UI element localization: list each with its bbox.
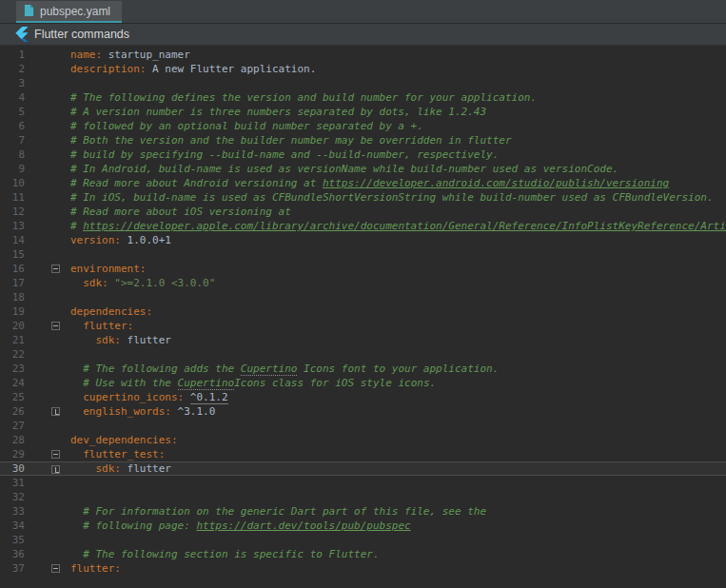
fold-column <box>25 404 65 419</box>
code-line[interactable]: 36 # The following section is specific t… <box>0 547 726 561</box>
line-number: 9 <box>0 162 25 176</box>
code-line[interactable]: 2description: A new Flutter application. <box>0 62 726 76</box>
line-number: 29 <box>0 447 25 461</box>
code-line[interactable]: 31 <box>0 476 726 490</box>
code-segment: sdk: <box>70 462 121 475</box>
code-segment <box>184 391 190 403</box>
code-line[interactable]: 8# build by specifying --build-name and … <box>0 147 726 162</box>
gutter: 10 <box>0 176 65 190</box>
code-line[interactable]: 21 sdk: flutter <box>0 333 726 347</box>
fold-marker[interactable] <box>51 322 60 330</box>
code-segment: # A version number is three numbers sepa… <box>70 106 486 118</box>
fold-marker[interactable] <box>51 465 60 474</box>
gutter: 15 <box>0 247 65 262</box>
code-line[interactable]: 35 <box>0 533 726 547</box>
code-segment: # Both the version and the builder numbe… <box>70 134 512 147</box>
editor-tab-bar: pubspec.yaml <box>0 0 726 24</box>
code-line[interactable]: 14version: 1.0.0+1 <box>0 233 726 247</box>
code-line[interactable]: 16environment: <box>0 262 726 276</box>
code-text: name: startup_namer <box>65 48 726 62</box>
gutter: 29 <box>0 447 65 461</box>
code-segment: flutter_test: <box>70 448 165 461</box>
gutter: 26 <box>0 404 65 419</box>
fold-column <box>25 76 65 90</box>
code-line[interactable]: 34 # following page: https://dart.dev/to… <box>0 519 726 533</box>
fold-column <box>25 48 65 62</box>
code-segment: # For information on the generic Dart pa… <box>70 505 486 518</box>
gutter: 13 <box>0 219 65 233</box>
code-text: # The following section is specific to F… <box>65 547 726 561</box>
line-number: 14 <box>0 233 25 247</box>
code-line[interactable]: 17 sdk: ">=2.1.0 <3.0.0" <box>0 276 726 290</box>
code-line[interactable]: 19dependencies: <box>0 304 726 319</box>
code-segment: # The following section is specific to F… <box>70 548 380 560</box>
line-number: 4 <box>0 90 25 105</box>
code-text: # Use with the CupertinoIcons class for … <box>65 376 726 390</box>
gutter: 1 <box>0 48 65 62</box>
fold-marker[interactable] <box>51 564 60 573</box>
fold-column <box>25 133 65 147</box>
code-line[interactable]: 22 <box>0 347 726 362</box>
code-segment: environment: <box>70 263 146 275</box>
code-line[interactable]: 30 sdk: flutter <box>0 461 726 476</box>
fold-column <box>25 547 65 561</box>
code-line[interactable]: 12# Read more about iOS versioning at <box>0 205 726 219</box>
code-line[interactable]: 28dev_dependencies: <box>0 433 726 447</box>
comment-link[interactable]: https://dart.dev/tools/pub/pubspec <box>196 519 410 532</box>
gutter: 12 <box>0 205 65 219</box>
code-line[interactable]: 37flutter: <box>0 561 726 576</box>
code-text: environment: <box>65 262 726 276</box>
code-segment: 1.0.0+1 <box>121 234 171 246</box>
code-segment: flutter <box>121 462 171 475</box>
code-line[interactable]: 9# In Android, build-name is used as ver… <box>0 162 726 176</box>
code-segment: A new Flutter application. <box>146 63 316 75</box>
code-line[interactable]: 3 <box>0 76 726 90</box>
code-text: # A version number is three numbers sepa… <box>65 105 726 119</box>
comment-link[interactable]: https://developer.android.com/studio/pub… <box>323 177 669 189</box>
fold-column <box>25 462 65 475</box>
fold-marker[interactable] <box>51 407 60 416</box>
code-segment: ^3.1.0 <box>171 405 215 418</box>
code-line[interactable]: 4# The following defines the version and… <box>0 90 726 105</box>
fold-column <box>25 390 65 404</box>
code-line[interactable]: 27 <box>0 419 726 433</box>
code-line[interactable]: 23 # The following adds the Cupertino Ic… <box>0 362 726 376</box>
code-line[interactable]: 24 # Use with the CupertinoIcons class f… <box>0 376 726 390</box>
fold-marker[interactable] <box>51 450 60 459</box>
fold-marker[interactable] <box>51 265 60 273</box>
tab-pubspec-yaml[interactable]: pubspec.yaml <box>16 1 122 23</box>
code-line[interactable]: 1name: startup_namer <box>0 48 726 62</box>
code-line[interactable]: 33 # For information on the generic Dart… <box>0 504 726 519</box>
code-line[interactable]: 20 flutter: <box>0 319 726 333</box>
fold-column <box>25 504 65 519</box>
code-segment: description: <box>70 63 146 75</box>
code-line[interactable]: 32 <box>0 490 726 504</box>
gutter: 17 <box>0 276 65 290</box>
code-segment: # <box>70 220 83 232</box>
code-line[interactable]: 10# Read more about Android versioning a… <box>0 176 726 190</box>
code-line[interactable]: 13# https://developer.apple.com/library/… <box>0 219 726 233</box>
line-number: 10 <box>0 176 25 190</box>
line-number: 17 <box>0 276 25 290</box>
code-line[interactable]: 26 english_words: ^3.1.0 <box>0 404 726 419</box>
fold-column <box>25 119 65 133</box>
line-number: 8 <box>0 147 25 162</box>
gutter: 28 <box>0 433 65 447</box>
code-line[interactable]: 15 <box>0 247 726 262</box>
code-line[interactable]: 18 <box>0 290 726 304</box>
fold-column <box>25 533 65 547</box>
code-line[interactable]: 29 flutter_test: <box>0 447 726 461</box>
line-number: 3 <box>0 76 25 90</box>
code-line[interactable]: 7# Both the version and the builder numb… <box>0 133 726 147</box>
fold-column <box>25 347 65 362</box>
line-number: 16 <box>0 262 25 276</box>
code-text <box>65 419 726 433</box>
comment-link[interactable]: https://developer.apple.com/library/arch… <box>83 220 726 232</box>
code-line[interactable]: 6# followed by an optional build number … <box>0 119 726 133</box>
code-line[interactable]: 5# A version number is three numbers sep… <box>0 105 726 119</box>
code-segment: sdk: <box>70 277 108 289</box>
code-text: # Read more about iOS versioning at <box>65 205 726 219</box>
fold-column <box>25 561 65 576</box>
code-line[interactable]: 11# In iOS, build-name is used as CFBund… <box>0 190 726 205</box>
code-line[interactable]: 25 cupertino_icons: ^0.1.2 <box>0 390 726 404</box>
